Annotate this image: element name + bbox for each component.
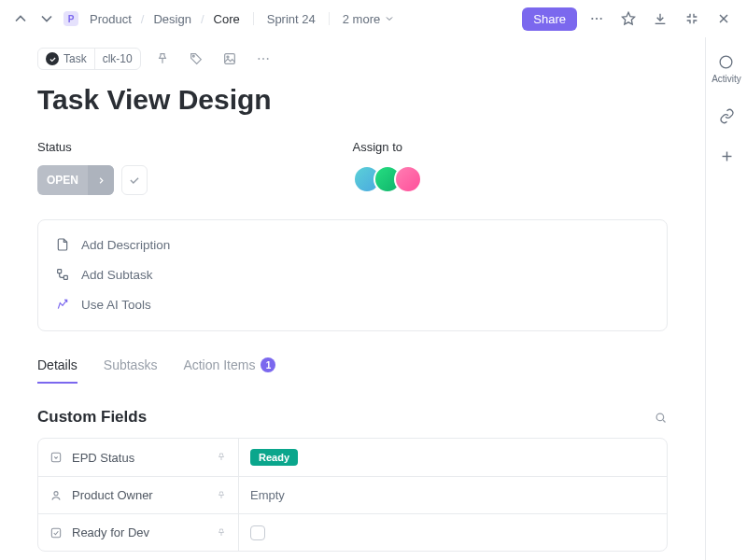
chevron-down-icon (384, 13, 395, 24)
activity-label: Activity (712, 74, 741, 84)
svg-rect-16 (63, 275, 67, 279)
avatar[interactable] (394, 165, 422, 193)
more-horizontal-icon (256, 51, 271, 66)
image-button[interactable] (218, 47, 242, 71)
custom-field-row: EPD Status Ready (38, 439, 667, 476)
status-dropdown[interactable]: OPEN (37, 165, 114, 195)
action-items-count-badge: 1 (261, 357, 275, 372)
svg-rect-10 (224, 54, 234, 64)
svg-point-20 (54, 491, 58, 495)
svg-point-12 (258, 58, 260, 60)
download-icon (653, 11, 668, 26)
cf-key-product-owner[interactable]: Product Owner (38, 477, 239, 513)
pin-button[interactable] (150, 47, 175, 71)
share-button[interactable]: Share (522, 7, 577, 31)
add-subtask-label: Add Subtask (81, 268, 153, 282)
person-field-icon (49, 489, 63, 502)
chevron-right-icon (96, 175, 106, 186)
svg-point-17 (656, 413, 664, 421)
add-description-label: Add Description (81, 238, 170, 252)
svg-point-11 (227, 56, 229, 58)
cf-key-label: EPD Status (72, 451, 134, 465)
cf-key-ready-for-dev[interactable]: Ready for Dev (38, 514, 239, 551)
task-id-pill[interactable]: Task clk-10 (37, 48, 141, 70)
forward-button[interactable] (37, 9, 56, 28)
back-button[interactable] (11, 9, 30, 28)
use-ai-button[interactable]: Use AI Tools (55, 289, 650, 319)
description-box: Add Description Add Subtask Use AI Tools (37, 219, 668, 331)
minimize-icon (684, 11, 699, 26)
project-chip[interactable]: P (63, 11, 78, 26)
crumb-more-label: 2 more (343, 12, 380, 26)
cf-key-label: Ready for Dev (72, 525, 149, 539)
custom-field-row: Ready for Dev (38, 513, 667, 551)
svg-point-1 (596, 18, 598, 20)
pin-icon (216, 452, 227, 463)
tab-details[interactable]: Details (37, 357, 78, 384)
search-icon[interactable] (654, 411, 668, 425)
svg-point-0 (591, 18, 593, 20)
dropdown-field-icon (49, 451, 63, 464)
svg-point-13 (262, 58, 264, 60)
crumb-separator: / (141, 12, 145, 26)
close-icon (716, 11, 731, 26)
pin-icon (216, 490, 227, 501)
add-button[interactable] (719, 148, 735, 164)
cf-val-epd-status[interactable]: Ready (239, 449, 667, 466)
chevron-down-icon (37, 9, 56, 28)
mark-done-button[interactable] (121, 165, 148, 195)
svg-point-2 (600, 18, 602, 20)
checkbox[interactable] (250, 525, 265, 540)
cf-val-product-owner[interactable]: Empty (239, 488, 667, 502)
ai-icon (55, 297, 70, 312)
pin-icon (216, 527, 227, 539)
task-type-label: Task (63, 52, 87, 65)
tab-subtasks[interactable]: Subtasks (104, 357, 158, 384)
activity-button[interactable]: Activity (712, 54, 741, 84)
task-id-label: clk-10 (95, 49, 140, 69)
crumb-design[interactable]: Design (153, 12, 190, 26)
close-button[interactable] (712, 7, 736, 31)
tag-icon (189, 51, 204, 66)
subtask-icon (55, 267, 70, 282)
status-chevron (88, 165, 114, 195)
checkbox-field-icon (49, 526, 63, 539)
cf-val-ready-for-dev[interactable] (239, 525, 667, 540)
plus-icon (719, 148, 735, 164)
custom-field-row: Product Owner Empty (38, 476, 667, 513)
crumb-sprint[interactable]: Sprint 24 (267, 12, 316, 26)
cf-key-label: Product Owner (72, 488, 153, 502)
tab-action-items[interactable]: Action Items 1 (183, 357, 275, 384)
more-horizontal-icon (589, 11, 604, 26)
link-button[interactable] (719, 108, 735, 124)
download-button[interactable] (648, 7, 672, 31)
check-icon (128, 174, 141, 187)
link-icon (719, 108, 735, 124)
image-icon (222, 51, 237, 66)
status-badge-ready: Ready (250, 449, 298, 466)
assignee-avatars[interactable] (353, 165, 669, 193)
minimize-button[interactable] (680, 7, 704, 31)
main-content: Task clk-10 Task View Design Status OPEN (0, 37, 705, 560)
crumb-product[interactable]: Product (90, 12, 132, 26)
svg-point-6 (721, 56, 733, 68)
tag-button[interactable] (184, 47, 208, 71)
status-section: Status OPEN (37, 140, 353, 195)
more-menu-button[interactable] (585, 7, 609, 31)
chevron-up-icon (11, 9, 30, 28)
svg-rect-15 (58, 270, 62, 273)
add-description-button[interactable]: Add Description (55, 230, 650, 259)
document-icon (55, 237, 70, 252)
task-title[interactable]: Task View Design (37, 84, 668, 116)
crumb-divider (329, 12, 330, 25)
crumb-more[interactable]: 2 more (343, 12, 395, 26)
meta-more-button[interactable] (251, 47, 275, 71)
svg-marker-3 (622, 12, 634, 24)
task-status-icon (46, 52, 59, 65)
use-ai-label: Use AI Tools (81, 298, 151, 312)
crumb-core[interactable]: Core (214, 12, 240, 26)
add-subtask-button[interactable]: Add Subtask (55, 259, 650, 289)
assign-label: Assign to (353, 140, 669, 154)
cf-key-epd-status[interactable]: EPD Status (38, 439, 239, 476)
favorite-button[interactable] (616, 7, 641, 31)
